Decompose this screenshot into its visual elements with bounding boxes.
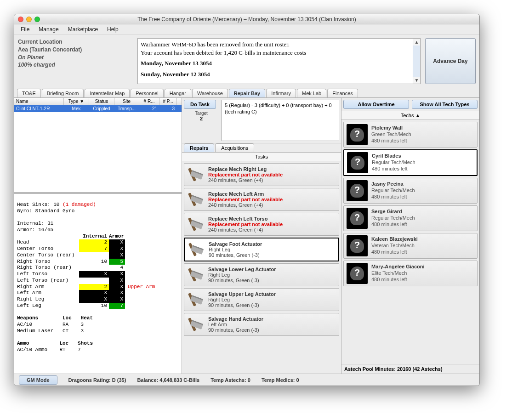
tab-to-e[interactable]: TO&E: [17, 89, 41, 97]
wrench-hammer-icon: [188, 267, 205, 283]
log-date: Monday, November 13 3054: [141, 59, 410, 68]
task-card[interactable]: Salvage Upper Leg ActuatorRight Leg90 mi…: [184, 288, 339, 311]
col-units: Name Type ▼ Status Site # R... # P... Cl…: [14, 98, 182, 374]
zoom-icon[interactable]: [34, 17, 40, 22]
location-block: Current Location Aea (Taurian Concordat)…: [18, 38, 133, 84]
workspace: Name Type ▼ Status Site # R... # P... Cl…: [14, 98, 479, 374]
log-block: Warhammer WHM-6D has been removed from t…: [137, 38, 421, 84]
top-panel: Current Location Aea (Taurian Concordat)…: [14, 34, 479, 89]
armor-row: Right Torso105: [17, 259, 179, 265]
menu-manage[interactable]: Manage: [35, 25, 62, 34]
minimize-icon[interactable]: [26, 17, 32, 22]
tech-card[interactable]: Serge GirardRegular Tech/Mech480 minutes…: [343, 205, 478, 231]
col-site[interactable]: Site: [114, 98, 139, 105]
units-header: Name Type ▼ Status Site # R... # P...: [14, 98, 182, 105]
task-card[interactable]: Replace Mech Left ArmReplacement part no…: [184, 188, 339, 211]
menu-file[interactable]: File: [17, 25, 33, 34]
col-parts[interactable]: # P...: [159, 98, 177, 105]
app-window: The Free Company of Oriente (Mercenary) …: [14, 14, 480, 386]
target-value: 2: [184, 116, 219, 121]
tab-finances[interactable]: Finances: [327, 89, 358, 97]
task-card[interactable]: Salvage Lower Leg ActuatorRight Leg90 mi…: [184, 263, 339, 286]
task-card[interactable]: Salvage Hand ActuatorLeft Arm90 minutes,…: [184, 313, 339, 336]
tech-list: Ptolemy WallGreen Tech/Mech480 minutes l…: [341, 120, 479, 364]
close-icon[interactable]: [18, 17, 23, 22]
tab-mek-lab[interactable]: Mek Lab: [297, 89, 326, 97]
wrench-hammer-icon: [188, 316, 205, 333]
temp-medics: Temp Medics: 0: [262, 377, 299, 383]
tasks-title: Tasks: [182, 153, 341, 161]
location-place: Aea (Taurian Concordat): [18, 46, 133, 54]
do-task-button[interactable]: Do Task: [184, 100, 216, 109]
wrench-hammer-icon: [188, 166, 205, 183]
armor-row: Right Arm2XUpper Arm: [17, 284, 179, 290]
location-status: On Planet: [18, 54, 133, 62]
dragoons-rating: Dragoons Rating: D (35): [68, 377, 126, 383]
menu-help[interactable]: Help: [103, 25, 122, 34]
armor-row: Center Torso7X: [17, 246, 179, 252]
log-line: Warhammer WHM-6D has been removed from t…: [141, 40, 410, 49]
main-tabs: TO&EBriefing RoomInterstellar MapPersonn…: [14, 89, 479, 98]
menu-marketplace[interactable]: Marketplace: [64, 25, 102, 34]
unit-detail-pane[interactable]: Heat Sinks: 10 (1 damaged) Gyro: Standar…: [14, 193, 182, 374]
col-tasks: Do Task Target 2 5 (Regular) - 3 (diffic…: [182, 98, 341, 374]
allow-overtime-button[interactable]: Allow Overtime: [343, 100, 409, 109]
avatar-unknown-icon: [347, 124, 368, 145]
techs-header[interactable]: Techs ▲: [341, 111, 479, 120]
tech-card[interactable]: Cyril BladesRegular Tech/Mech480 minutes…: [343, 149, 478, 176]
subtab-acquisitions[interactable]: Acquisitions: [215, 143, 254, 152]
tech-card[interactable]: Kaleen BlazejewskiVeteran Tech/Mech480 m…: [343, 233, 478, 259]
task-card[interactable]: Replace Mech Left TorsoReplacement part …: [184, 213, 339, 236]
right-top: Allow Overtime Show All Tech Types: [341, 98, 479, 111]
window-title: The Free Company of Oriente (Mercenary) …: [14, 16, 479, 23]
col-repairs[interactable]: # R...: [139, 98, 159, 105]
avatar-unknown-icon: [347, 235, 368, 256]
unit-row[interactable]: Clint CLNT-1-2R Mek Crippled Transp... 2…: [14, 105, 182, 112]
log-scrollbar[interactable]: ▲ ▼: [413, 38, 421, 84]
task-card[interactable]: Salvage Foot ActuatorRight Leg90 minutes…: [184, 238, 339, 261]
titlebar: The Free Company of Oriente (Mercenary) …: [14, 14, 479, 24]
do-task-box: Do Task Target 2: [184, 100, 219, 141]
scroll-track[interactable]: [413, 45, 420, 77]
scroll-down-icon[interactable]: ▼: [415, 77, 419, 84]
wrench-hammer-icon: [188, 291, 205, 308]
subtab-repairs[interactable]: Repairs: [184, 143, 214, 152]
col-name[interactable]: Name: [14, 98, 64, 105]
tab-interstellar-map[interactable]: Interstellar Map: [85, 89, 130, 97]
tab-infirmary[interactable]: Infirmary: [266, 89, 296, 97]
tab-warehouse[interactable]: Warehouse: [192, 89, 228, 97]
location-charge: 100% charged: [18, 61, 133, 69]
wrench-hammer-icon: [188, 241, 205, 258]
target-label: Target: [184, 111, 219, 116]
col-type[interactable]: Type ▼: [64, 98, 89, 105]
armor-row: Right Torso (rear)4: [17, 265, 179, 271]
wrench-hammer-icon: [188, 191, 205, 208]
tech-card[interactable]: Mary-Angelee GiaconiElite Tech/Mech480 m…: [343, 261, 478, 286]
temp-astechs: Temp Astechs: 0: [210, 377, 250, 383]
avatar-unknown-icon: [347, 152, 368, 173]
astech-pool: Astech Pool Minutes: 20160 (42 Astechs): [341, 364, 479, 374]
tech-card[interactable]: Jasny PecinaRegular Tech/Mech480 minutes…: [343, 178, 478, 204]
wrench-hammer-icon: [188, 216, 205, 233]
event-log[interactable]: Warhammer WHM-6D has been removed from t…: [137, 38, 413, 84]
avatar-unknown-icon: [347, 180, 368, 201]
tab-hangar[interactable]: Hangar: [165, 89, 191, 97]
advance-day-button[interactable]: Advance Day: [425, 38, 476, 84]
task-list: Replace Mech Right LegReplacement part n…: [182, 161, 341, 374]
task-card[interactable]: Replace Mech Right LegReplacement part n…: [184, 163, 339, 186]
show-all-tech-button[interactable]: Show All Tech Types: [412, 100, 478, 109]
tab-repair-bay[interactable]: Repair Bay: [229, 89, 265, 97]
log-line: Your account has been debited for 1,420 …: [141, 49, 410, 57]
balance-label: Balance: 4,648,833 C-Bills: [137, 377, 199, 383]
menubar: File Manage Marketplace Help: [14, 24, 479, 34]
col-techs: Allow Overtime Show All Tech Types Techs…: [341, 98, 479, 374]
log-date: Sunday, November 12 3054: [141, 70, 410, 79]
tech-card[interactable]: Ptolemy WallGreen Tech/Mech480 minutes l…: [343, 122, 478, 148]
col-status[interactable]: Status: [89, 98, 114, 105]
scroll-up-icon[interactable]: ▲: [415, 39, 419, 45]
task-status-box: 5 (Regular) - 3 (difficulty) + 0 (transp…: [222, 100, 339, 141]
tab-personnel[interactable]: Personnel: [131, 89, 164, 97]
armor-row: Left TorsoXX: [17, 271, 179, 278]
tab-briefing-room[interactable]: Briefing Room: [42, 89, 84, 97]
gm-mode-button[interactable]: GM Mode: [19, 375, 57, 385]
